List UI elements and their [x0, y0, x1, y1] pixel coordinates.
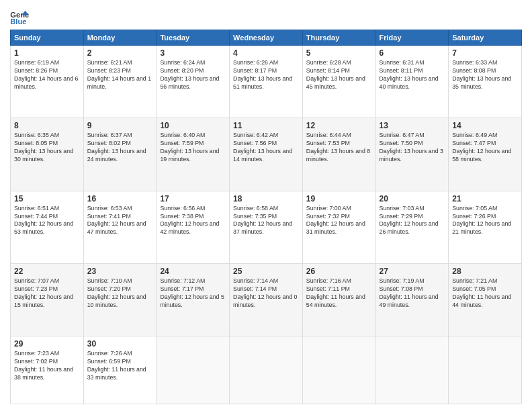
day-info: Sunrise: 6:56 AMSunset: 7:38 PMDaylight:… — [160, 205, 226, 237]
calendar-cell: 30Sunrise: 7:26 AMSunset: 6:59 PMDayligh… — [83, 336, 157, 404]
day-number: 21 — [452, 194, 518, 203]
calendar-cell: 29Sunrise: 7:23 AMSunset: 7:02 PMDayligh… — [11, 336, 84, 404]
day-info: Sunrise: 7:23 AMSunset: 7:02 PMDaylight:… — [14, 350, 80, 382]
weekday-header-tuesday: Tuesday — [157, 30, 230, 46]
calendar-cell: 1Sunrise: 6:19 AMSunset: 8:26 PMDaylight… — [11, 46, 84, 118]
weekday-header-sunday: Sunday — [11, 30, 84, 46]
day-number: 18 — [233, 194, 299, 203]
calendar-cell: 12Sunrise: 6:44 AMSunset: 7:53 PMDayligh… — [302, 118, 375, 191]
calendar-cell: 8Sunrise: 6:35 AMSunset: 8:05 PMDaylight… — [11, 118, 84, 191]
day-number: 23 — [87, 267, 153, 276]
calendar-cell: 2Sunrise: 6:21 AMSunset: 8:23 PMDaylight… — [83, 46, 157, 118]
day-number: 8 — [14, 121, 80, 130]
day-info: Sunrise: 6:21 AMSunset: 8:23 PMDaylight:… — [87, 59, 153, 91]
day-number: 16 — [87, 194, 153, 203]
calendar-cell: 19Sunrise: 7:00 AMSunset: 7:32 PMDayligh… — [302, 191, 375, 263]
day-number: 10 — [160, 121, 226, 130]
day-number: 9 — [87, 121, 153, 130]
calendar-week-2: 8Sunrise: 6:35 AMSunset: 8:05 PMDaylight… — [11, 118, 522, 191]
calendar-cell: 13Sunrise: 6:47 AMSunset: 7:50 PMDayligh… — [375, 118, 449, 191]
day-info: Sunrise: 7:10 AMSunset: 7:20 PMDaylight:… — [87, 277, 153, 310]
calendar-cell — [375, 336, 449, 404]
day-number: 12 — [306, 121, 372, 130]
day-info: Sunrise: 6:49 AMSunset: 7:47 PMDaylight:… — [452, 132, 518, 164]
calendar-cell: 14Sunrise: 6:49 AMSunset: 7:47 PMDayligh… — [449, 118, 522, 191]
day-info: Sunrise: 6:24 AMSunset: 8:20 PMDaylight:… — [160, 59, 226, 91]
day-number: 27 — [380, 267, 445, 276]
day-number: 6 — [380, 48, 445, 58]
day-info: Sunrise: 6:40 AMSunset: 7:59 PMDaylight:… — [160, 132, 226, 164]
calendar-cell — [449, 336, 522, 404]
calendar-cell — [157, 336, 230, 404]
weekday-header-thursday: Thursday — [302, 30, 375, 46]
day-number: 3 — [160, 48, 226, 58]
day-number: 20 — [380, 194, 445, 203]
day-number: 13 — [380, 121, 445, 130]
calendar-cell: 11Sunrise: 6:42 AMSunset: 7:56 PMDayligh… — [230, 118, 303, 191]
logo: General Blue — [10, 9, 29, 26]
day-info: Sunrise: 6:35 AMSunset: 8:05 PMDaylight:… — [14, 132, 80, 164]
day-number: 15 — [14, 194, 80, 203]
day-info: Sunrise: 6:47 AMSunset: 7:50 PMDaylight:… — [380, 132, 445, 164]
day-info: Sunrise: 6:19 AMSunset: 8:26 PMDaylight:… — [14, 59, 80, 91]
day-number: 5 — [306, 48, 372, 58]
calendar-week-4: 22Sunrise: 7:07 AMSunset: 7:23 PMDayligh… — [11, 263, 522, 336]
calendar-cell: 3Sunrise: 6:24 AMSunset: 8:20 PMDaylight… — [157, 46, 230, 118]
day-number: 25 — [233, 267, 299, 276]
day-info: Sunrise: 7:16 AMSunset: 7:11 PMDaylight:… — [306, 277, 372, 310]
calendar-cell: 7Sunrise: 6:33 AMSunset: 8:08 PMDaylight… — [449, 46, 522, 118]
svg-text:Blue: Blue — [10, 17, 26, 26]
day-info: Sunrise: 6:33 AMSunset: 8:08 PMDaylight:… — [452, 59, 518, 91]
calendar-cell: 20Sunrise: 7:03 AMSunset: 7:29 PMDayligh… — [375, 191, 449, 263]
calendar-cell: 10Sunrise: 6:40 AMSunset: 7:59 PMDayligh… — [157, 118, 230, 191]
header: General Blue — [10, 7, 522, 26]
logo-icon: General Blue — [10, 9, 29, 26]
day-info: Sunrise: 7:05 AMSunset: 7:26 PMDaylight:… — [452, 205, 518, 237]
calendar-cell: 17Sunrise: 6:56 AMSunset: 7:38 PMDayligh… — [157, 191, 230, 263]
day-number: 17 — [160, 194, 226, 203]
calendar-week-3: 15Sunrise: 6:51 AMSunset: 7:44 PMDayligh… — [11, 191, 522, 263]
calendar-header-row: SundayMondayTuesdayWednesdayThursdayFrid… — [11, 30, 522, 46]
calendar-cell: 26Sunrise: 7:16 AMSunset: 7:11 PMDayligh… — [302, 263, 375, 336]
calendar-cell: 25Sunrise: 7:14 AMSunset: 7:14 PMDayligh… — [230, 263, 303, 336]
calendar-cell: 28Sunrise: 7:21 AMSunset: 7:05 PMDayligh… — [449, 263, 522, 336]
weekday-header-monday: Monday — [83, 30, 157, 46]
day-number: 30 — [87, 339, 153, 349]
calendar-cell: 21Sunrise: 7:05 AMSunset: 7:26 PMDayligh… — [449, 191, 522, 263]
day-info: Sunrise: 6:44 AMSunset: 7:53 PMDaylight:… — [306, 132, 372, 164]
weekday-header-saturday: Saturday — [449, 30, 522, 46]
calendar-cell: 5Sunrise: 6:28 AMSunset: 8:14 PMDaylight… — [302, 46, 375, 118]
day-number: 4 — [233, 48, 299, 58]
calendar-week-5: 29Sunrise: 7:23 AMSunset: 7:02 PMDayligh… — [11, 336, 522, 404]
day-info: Sunrise: 6:26 AMSunset: 8:17 PMDaylight:… — [233, 59, 299, 91]
day-info: Sunrise: 7:14 AMSunset: 7:14 PMDaylight:… — [233, 277, 299, 310]
calendar-week-1: 1Sunrise: 6:19 AMSunset: 8:26 PMDaylight… — [11, 46, 522, 118]
day-info: Sunrise: 6:31 AMSunset: 8:11 PMDaylight:… — [380, 59, 445, 91]
calendar-table: SundayMondayTuesdayWednesdayThursdayFrid… — [10, 30, 522, 404]
day-info: Sunrise: 6:51 AMSunset: 7:44 PMDaylight:… — [14, 205, 80, 237]
day-info: Sunrise: 7:21 AMSunset: 7:05 PMDaylight:… — [452, 277, 518, 310]
day-info: Sunrise: 7:03 AMSunset: 7:29 PMDaylight:… — [380, 205, 445, 237]
calendar-cell: 6Sunrise: 6:31 AMSunset: 8:11 PMDaylight… — [375, 46, 449, 118]
calendar-cell: 9Sunrise: 6:37 AMSunset: 8:02 PMDaylight… — [83, 118, 157, 191]
calendar-cell: 16Sunrise: 6:53 AMSunset: 7:41 PMDayligh… — [83, 191, 157, 263]
calendar-cell: 15Sunrise: 6:51 AMSunset: 7:44 PMDayligh… — [11, 191, 84, 263]
calendar-cell: 18Sunrise: 6:58 AMSunset: 7:35 PMDayligh… — [230, 191, 303, 263]
weekday-header-wednesday: Wednesday — [230, 30, 303, 46]
day-info: Sunrise: 6:28 AMSunset: 8:14 PMDaylight:… — [306, 59, 372, 91]
day-number: 1 — [14, 48, 80, 58]
day-info: Sunrise: 7:12 AMSunset: 7:17 PMDaylight:… — [160, 277, 226, 310]
day-number: 26 — [306, 267, 372, 276]
calendar-cell: 23Sunrise: 7:10 AMSunset: 7:20 PMDayligh… — [83, 263, 157, 336]
day-info: Sunrise: 6:58 AMSunset: 7:35 PMDaylight:… — [233, 205, 299, 237]
day-number: 2 — [87, 48, 153, 58]
day-info: Sunrise: 6:53 AMSunset: 7:41 PMDaylight:… — [87, 205, 153, 237]
day-number: 19 — [306, 194, 372, 203]
calendar-cell — [302, 336, 375, 404]
day-info: Sunrise: 6:42 AMSunset: 7:56 PMDaylight:… — [233, 132, 299, 164]
day-number: 14 — [452, 121, 518, 130]
calendar-cell: 4Sunrise: 6:26 AMSunset: 8:17 PMDaylight… — [230, 46, 303, 118]
calendar-cell — [230, 336, 303, 404]
day-info: Sunrise: 7:26 AMSunset: 6:59 PMDaylight:… — [87, 350, 153, 382]
calendar-page: General Blue SundayMondayTuesdayWednesda… — [0, 0, 532, 411]
